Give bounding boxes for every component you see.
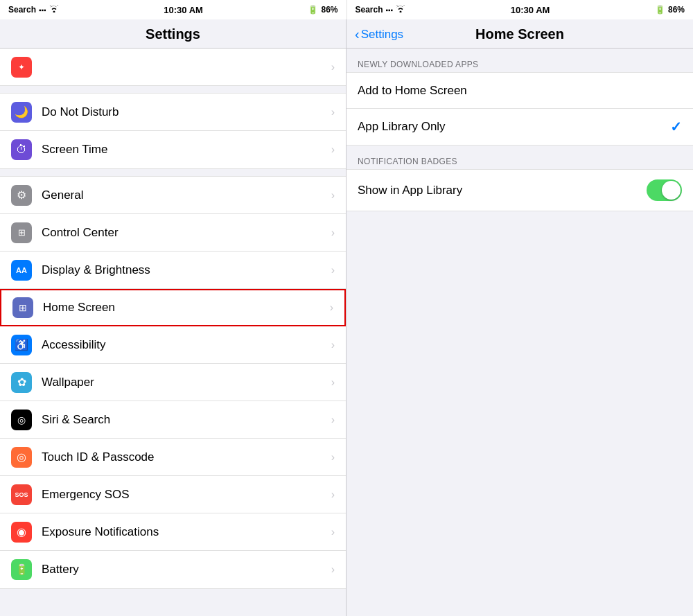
wallpaper-icon: ✿ — [11, 372, 32, 393]
right-battery: 86% — [668, 5, 685, 15]
newly-downloaded-header: NEWLY DOWNLOADED APPS — [346, 55, 693, 72]
list-item-wallpaper[interactable]: ✿ Wallpaper › — [0, 364, 346, 401]
list-item-exposure[interactable]: ◉ Exposure Notifications › — [0, 513, 346, 551]
left-signal-icon: ▪▪▪ — [39, 6, 46, 14]
right-battery-icon: 🔋 — [655, 5, 665, 15]
screen-time-label: Screen Time — [42, 143, 328, 157]
home-screen-label: Home Screen — [43, 301, 327, 315]
app-library-only-label: App Library Only — [358, 120, 670, 134]
home-screen-chevron: › — [330, 301, 333, 314]
siri-search-label: Siri & Search — [42, 413, 328, 427]
right-signal-icon: ▪▪▪ — [386, 6, 394, 14]
left-status-bar: Search ▪▪▪ 10:30 AM 🔋 86% — [0, 0, 346, 19]
right-status-right: 🔋 86% — [655, 5, 685, 15]
list-item-do-not-disturb[interactable]: 🌙 Do Not Disturb › — [0, 94, 346, 131]
emergency-sos-label: Emergency SOS — [42, 488, 328, 502]
screen-time-chevron: › — [331, 143, 335, 156]
right-panel-title: Home Screen — [475, 26, 564, 42]
back-label: Settings — [361, 28, 403, 42]
main-panels: Settings ✦ › 🌙 Do Not Disturb › — [0, 19, 693, 616]
notification-badges-section: NOTIFICATION BADGES Show in App Library — [346, 152, 693, 211]
notification-badges-header: NOTIFICATION BADGES — [346, 152, 693, 169]
status-bars: Search ▪▪▪ 10:30 AM 🔋 86% Search ▪▪▪ 10:… — [0, 0, 693, 19]
right-status-bar: Search ▪▪▪ 10:30 AM 🔋 86% — [346, 0, 694, 19]
right-content: NEWLY DOWNLOADED APPS Add to Home Screen… — [346, 49, 693, 616]
app-library-only-checkmark: ✓ — [670, 118, 682, 135]
toggle-knob — [662, 181, 681, 200]
right-panel: ‹ Settings Home Screen NEWLY DOWNLOADED … — [346, 19, 693, 616]
siri-search-chevron: › — [331, 414, 335, 426]
battery-label: Battery — [42, 563, 328, 577]
top-partial-chevron: › — [331, 61, 335, 73]
right-time: 10:30 AM — [511, 5, 550, 15]
touch-id-chevron: › — [331, 451, 335, 464]
emergency-sos-icon: SOS — [11, 484, 32, 505]
exposure-label: Exposure Notifications — [42, 525, 328, 539]
right-wifi-icon — [396, 5, 405, 15]
do-not-disturb-chevron: › — [331, 106, 335, 118]
general-chevron: › — [331, 189, 335, 202]
control-center-chevron: › — [331, 227, 335, 239]
left-wifi-icon — [49, 5, 59, 15]
do-not-disturb-icon: 🌙 — [11, 102, 32, 123]
show-in-app-library-label: Show in App Library — [358, 184, 647, 197]
notification-badges-group: Show in App Library — [346, 169, 693, 211]
back-chevron-icon: ‹ — [355, 26, 360, 42]
right-carrier: Search — [356, 5, 383, 15]
left-status-left: Search ▪▪▪ — [8, 5, 59, 15]
touch-id-label: Touch ID & Passcode — [42, 450, 328, 464]
list-item-emergency-sos[interactable]: SOS Emergency SOS › — [0, 476, 346, 513]
right-row-show-in-app-library[interactable]: Show in App Library — [346, 170, 693, 211]
back-button[interactable]: ‹ Settings — [355, 26, 403, 42]
settings-list[interactable]: ✦ › 🌙 Do Not Disturb › ⏱ S — [0, 49, 346, 616]
right-panel-header: ‹ Settings Home Screen — [346, 19, 693, 49]
general-icon: ⚙ — [11, 185, 32, 206]
list-item-general[interactable]: ⚙ General › — [0, 177, 346, 214]
left-battery: 86% — [321, 5, 337, 15]
touch-id-icon: ◎ — [11, 447, 32, 468]
show-in-app-library-toggle[interactable] — [647, 179, 682, 201]
list-item-accessibility[interactable]: ♿ Accessibility › — [0, 326, 346, 364]
accessibility-icon: ♿ — [11, 335, 32, 355]
siri-search-icon: ◎ — [11, 410, 32, 430]
list-item-battery[interactable]: 🔋 Battery › — [0, 551, 346, 588]
right-status-left: Search ▪▪▪ — [356, 5, 406, 15]
list-item-display-brightness[interactable]: AA Display & Brightness › — [0, 252, 346, 289]
emergency-sos-chevron: › — [331, 489, 335, 501]
battery-chevron: › — [331, 563, 335, 576]
wallpaper-chevron: › — [331, 376, 335, 389]
control-center-icon: ⊞ — [11, 222, 32, 243]
battery-icon: 🔋 — [11, 559, 32, 580]
exposure-chevron: › — [331, 526, 335, 538]
right-row-add-to-home[interactable]: Add to Home Screen — [346, 73, 693, 109]
left-status-right: 🔋 86% — [308, 5, 337, 15]
list-item-siri-search[interactable]: ◎ Siri & Search › — [0, 401, 346, 439]
display-brightness-label: Display & Brightness — [42, 263, 328, 277]
group-1: 🌙 Do Not Disturb › ⏱ Screen Time › — [0, 93, 346, 169]
add-to-home-label: Add to Home Screen — [358, 84, 682, 98]
list-item-control-center[interactable]: ⊞ Control Center › — [0, 214, 346, 252]
left-panel: Settings ✦ › 🌙 Do Not Disturb › — [0, 19, 346, 616]
left-time: 10:30 AM — [164, 5, 203, 15]
newly-downloaded-section: NEWLY DOWNLOADED APPS Add to Home Screen… — [346, 55, 693, 146]
group-2: ⚙ General › ⊞ Control Center › AA — [0, 176, 346, 589]
right-row-app-library-only[interactable]: App Library Only ✓ — [346, 109, 693, 145]
accessibility-chevron: › — [331, 339, 335, 351]
left-carrier: Search — [8, 5, 36, 15]
list-item-home-screen[interactable]: ⊞ Home Screen › — [0, 289, 346, 326]
wallpaper-label: Wallpaper — [42, 376, 328, 389]
screen-time-icon: ⏱ — [11, 139, 32, 160]
list-item-screen-time[interactable]: ⏱ Screen Time › — [0, 131, 346, 168]
control-center-label: Control Center — [42, 226, 328, 240]
display-brightness-chevron: › — [331, 264, 335, 276]
top-partial-icon: ✦ — [11, 57, 32, 78]
list-item-top-partial[interactable]: ✦ › — [0, 49, 346, 86]
newly-downloaded-group: Add to Home Screen App Library Only ✓ — [346, 72, 693, 146]
list-item-touch-id[interactable]: ◎ Touch ID & Passcode › — [0, 439, 346, 476]
display-brightness-icon: AA — [11, 260, 32, 281]
left-panel-header: Settings — [0, 19, 346, 49]
home-screen-icon: ⊞ — [12, 297, 33, 318]
accessibility-label: Accessibility — [42, 338, 328, 352]
exposure-icon: ◉ — [11, 522, 32, 543]
general-label: General — [42, 188, 328, 202]
